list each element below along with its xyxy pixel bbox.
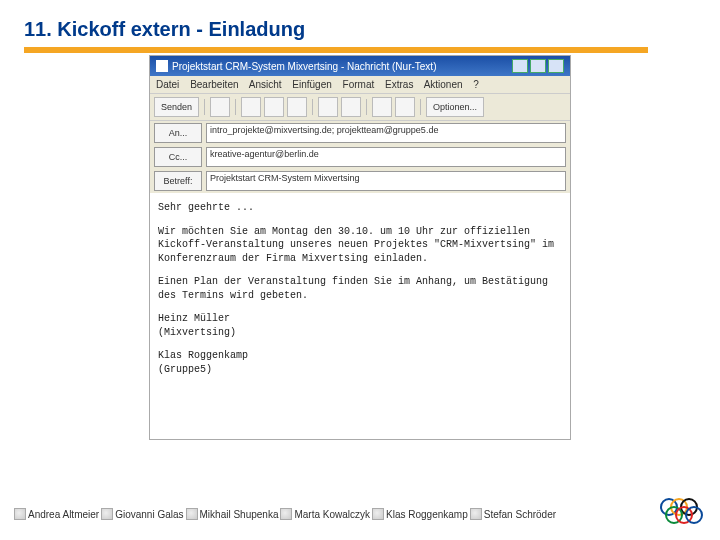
body-sign2: Klas Roggenkamp(Gruppe5) <box>158 349 562 376</box>
author-names: Andrea Altmeier Giovanni Galas Mikhail S… <box>14 508 660 520</box>
toolbar-sep <box>420 99 421 115</box>
author: Klas Roggenkamp <box>372 508 468 520</box>
author: Giovanni Galas <box>101 508 183 520</box>
send-button[interactable]: Senden <box>154 97 199 117</box>
close-button[interactable] <box>548 59 564 73</box>
menu-aktionen[interactable]: Aktionen <box>424 79 463 90</box>
menu-hilfe[interactable]: ? <box>473 79 479 90</box>
toolbar-sep <box>204 99 205 115</box>
menu-bar: Datei Bearbeiten Ansicht Einfügen Format… <box>150 76 570 94</box>
bullet-icon <box>372 508 384 520</box>
window-titlebar: Projektstart CRM-System Mixvertsing - Na… <box>150 56 570 76</box>
toolbar-sep <box>312 99 313 115</box>
toolbar: Senden Optionen... <box>150 94 570 121</box>
menu-extras[interactable]: Extras <box>385 79 413 90</box>
menu-einfuegen[interactable]: Einfügen <box>292 79 331 90</box>
maximize-button[interactable] <box>530 59 546 73</box>
options-button[interactable]: Optionen... <box>426 97 484 117</box>
slide-title: 11. Kickoff extern - Einladung <box>24 18 696 41</box>
slide-footer: Andrea Altmeier Giovanni Galas Mikhail S… <box>0 498 720 530</box>
to-row: An... intro_projekte@mixvertsing.de; pro… <box>150 121 570 145</box>
subject-label: Betreff: <box>154 171 202 191</box>
bullet-icon <box>186 508 198 520</box>
email-window: Projektstart CRM-System Mixvertsing - Na… <box>149 55 571 440</box>
bullet-icon <box>470 508 482 520</box>
cc-input[interactable]: kreative-agentur@berlin.de <box>206 147 566 167</box>
email-body[interactable]: Sehr geehrte ... Wir möchten Sie am Mont… <box>150 193 570 439</box>
to-button[interactable]: An... <box>154 123 202 143</box>
body-greeting: Sehr geehrte ... <box>158 201 562 215</box>
bullet-icon <box>101 508 113 520</box>
app-icon <box>156 60 168 72</box>
paste-icon[interactable] <box>287 97 307 117</box>
author: Mikhail Shupenka <box>186 508 279 520</box>
group-logo <box>660 498 706 530</box>
to-input[interactable]: intro_projekte@mixvertsing.de; projektte… <box>206 123 566 143</box>
addressbook-icon[interactable] <box>341 97 361 117</box>
toolbar-sep <box>366 99 367 115</box>
body-p2: Einen Plan der Veranstaltung finden Sie … <box>158 275 562 302</box>
attach-icon[interactable] <box>318 97 338 117</box>
author: Stefan Schröder <box>470 508 556 520</box>
subject-row: Betreff: Projektstart CRM-System Mixvert… <box>150 169 570 193</box>
toolbar-sep <box>235 99 236 115</box>
cc-button[interactable]: Cc... <box>154 147 202 167</box>
bullet-icon <box>14 508 26 520</box>
cc-row: Cc... kreative-agentur@berlin.de <box>150 145 570 169</box>
menu-bearbeiten[interactable]: Bearbeiten <box>190 79 238 90</box>
body-sign1: Heinz Müller(Mixvertsing) <box>158 312 562 339</box>
author: Andrea Altmeier <box>14 508 99 520</box>
save-icon[interactable] <box>210 97 230 117</box>
author: Marta Kowalczyk <box>280 508 370 520</box>
priority-icon[interactable] <box>372 97 392 117</box>
minimize-button[interactable] <box>512 59 528 73</box>
bullet-icon <box>280 508 292 520</box>
menu-ansicht[interactable]: Ansicht <box>249 79 282 90</box>
window-title: Projektstart CRM-System Mixvertsing - Na… <box>172 61 510 72</box>
flag-icon[interactable] <box>395 97 415 117</box>
subject-input[interactable]: Projektstart CRM-System Mixvertsing <box>206 171 566 191</box>
cut-icon[interactable] <box>241 97 261 117</box>
copy-icon[interactable] <box>264 97 284 117</box>
menu-datei[interactable]: Datei <box>156 79 179 90</box>
menu-format[interactable]: Format <box>343 79 375 90</box>
body-p1: Wir möchten Sie am Montag den 30.10. um … <box>158 225 562 266</box>
title-underline <box>24 47 648 53</box>
